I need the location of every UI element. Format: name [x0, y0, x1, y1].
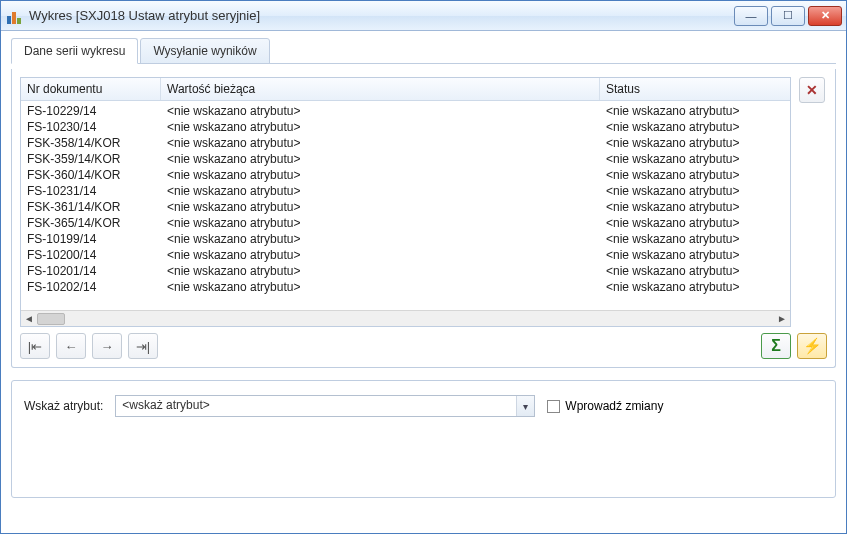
close-icon: ✕ [821, 9, 830, 22]
cell-doc: FSK-359/14/KOR [21, 151, 161, 167]
cell-status: <nie wskazano atrybutu> [600, 135, 790, 151]
titlebar[interactable]: Wykres [SXJ018 Ustaw atrybut seryjnie] —… [1, 1, 846, 31]
scroll-thumb[interactable] [37, 313, 65, 325]
cell-doc: FS-10230/14 [21, 119, 161, 135]
cell-val: <nie wskazano atrybutu> [161, 119, 600, 135]
data-grid[interactable]: Nr dokumentu Wartość bieżąca Status FS-1… [20, 77, 791, 327]
nav-last-button[interactable]: ⇥| [128, 333, 158, 359]
cell-val: <nie wskazano atrybutu> [161, 279, 600, 295]
nav-prev-button[interactable]: ← [56, 333, 86, 359]
table-row[interactable]: FS-10231/14<nie wskazano atrybutu><nie w… [21, 183, 790, 199]
table-row[interactable]: FS-10229/14<nie wskazano atrybutu><nie w… [21, 103, 790, 119]
grid-horizontal-scrollbar[interactable]: ◄ ► [21, 310, 790, 326]
tab-wysylanie-wynikow[interactable]: Wysyłanie wyników [140, 38, 269, 64]
table-row[interactable]: FSK-365/14/KOR<nie wskazano atrybutu><ni… [21, 215, 790, 231]
cell-val: <nie wskazano atrybutu> [161, 215, 600, 231]
cell-status: <nie wskazano atrybutu> [600, 183, 790, 199]
tab-panel: Nr dokumentu Wartość bieżąca Status FS-1… [11, 69, 836, 368]
last-icon: ⇥| [136, 339, 150, 354]
window: Wykres [SXJ018 Ustaw atrybut seryjnie] —… [0, 0, 847, 534]
cell-status: <nie wskazano atrybutu> [600, 231, 790, 247]
cell-doc: FSK-358/14/KOR [21, 135, 161, 151]
attribute-combo[interactable]: <wskaż atrybut> ▾ [115, 395, 535, 417]
window-title: Wykres [SXJ018 Ustaw atrybut seryjnie] [29, 8, 734, 23]
col-header-status[interactable]: Status [600, 78, 790, 100]
cell-doc: FSK-360/14/KOR [21, 167, 161, 183]
cell-val: <nie wskazano atrybutu> [161, 183, 600, 199]
cell-doc: FS-10231/14 [21, 183, 161, 199]
cell-status: <nie wskazano atrybutu> [600, 247, 790, 263]
table-row[interactable]: FS-10201/14<nie wskazano atrybutu><nie w… [21, 263, 790, 279]
cell-val: <nie wskazano atrybutu> [161, 199, 600, 215]
delete-row-button[interactable]: ✕ [799, 77, 825, 103]
delete-icon: ✕ [806, 82, 818, 98]
cell-val: <nie wskazano atrybutu> [161, 151, 600, 167]
cell-status: <nie wskazano atrybutu> [600, 151, 790, 167]
grid-body: FS-10229/14<nie wskazano atrybutu><nie w… [21, 101, 790, 310]
cell-val: <nie wskazano atrybutu> [161, 135, 600, 151]
cell-val: <nie wskazano atrybutu> [161, 167, 600, 183]
scroll-right-button[interactable]: ► [774, 312, 790, 326]
table-row[interactable]: FSK-358/14/KOR<nie wskazano atrybutu><ni… [21, 135, 790, 151]
table-row[interactable]: FS-10199/14<nie wskazano atrybutu><nie w… [21, 231, 790, 247]
side-action-bar: ✕ [799, 77, 827, 327]
cell-val: <nie wskazano atrybutu> [161, 231, 600, 247]
bolt-icon: ⚡ [803, 337, 822, 355]
minimize-button[interactable]: — [734, 6, 768, 26]
col-header-doc[interactable]: Nr dokumentu [21, 78, 161, 100]
first-icon: |⇤ [28, 339, 42, 354]
checkbox-box[interactable] [547, 400, 560, 413]
cell-status: <nie wskazano atrybutu> [600, 103, 790, 119]
grid-header: Nr dokumentu Wartość bieżąca Status [21, 78, 790, 101]
execute-button[interactable]: ⚡ [797, 333, 827, 359]
window-buttons: — ☐ ✕ [734, 6, 842, 26]
table-row[interactable]: FS-10200/14<nie wskazano atrybutu><nie w… [21, 247, 790, 263]
attribute-panel: Wskaż atrybut: <wskaż atrybut> ▾ Wprowad… [11, 380, 836, 498]
scroll-left-button[interactable]: ◄ [21, 312, 37, 326]
scroll-track[interactable] [37, 312, 774, 326]
attribute-combo-arrow[interactable]: ▾ [516, 396, 534, 416]
tab-dane-serii[interactable]: Dane serii wykresu [11, 38, 138, 64]
cell-val: <nie wskazano atrybutu> [161, 103, 600, 119]
cell-doc: FS-10201/14 [21, 263, 161, 279]
apply-changes-checkbox[interactable]: Wprowadź zmiany [547, 399, 663, 413]
cell-status: <nie wskazano atrybutu> [600, 167, 790, 183]
scroll-left-icon: ◄ [24, 313, 34, 324]
chevron-down-icon: ▾ [523, 401, 528, 412]
cell-doc: FS-10199/14 [21, 231, 161, 247]
cell-status: <nie wskazano atrybutu> [600, 279, 790, 295]
close-button[interactable]: ✕ [808, 6, 842, 26]
table-row[interactable]: FSK-360/14/KOR<nie wskazano atrybutu><ni… [21, 167, 790, 183]
table-row[interactable]: FSK-361/14/KOR<nie wskazano atrybutu><ni… [21, 199, 790, 215]
sum-button[interactable]: Σ [761, 333, 791, 359]
cell-doc: FSK-365/14/KOR [21, 215, 161, 231]
cell-val: <nie wskazano atrybutu> [161, 247, 600, 263]
cell-val: <nie wskazano atrybutu> [161, 263, 600, 279]
cell-doc: FS-10200/14 [21, 247, 161, 263]
table-row[interactable]: FS-10202/14<nie wskazano atrybutu><nie w… [21, 279, 790, 295]
cell-doc: FSK-361/14/KOR [21, 199, 161, 215]
client-area: Dane serii wykresu Wysyłanie wyników Nr … [1, 31, 846, 533]
cell-status: <nie wskazano atrybutu> [600, 215, 790, 231]
table-row[interactable]: FSK-359/14/KOR<nie wskazano atrybutu><ni… [21, 151, 790, 167]
tab-strip: Dane serii wykresu Wysyłanie wyników [11, 37, 836, 64]
maximize-button[interactable]: ☐ [771, 6, 805, 26]
cell-doc: FS-10229/14 [21, 103, 161, 119]
scroll-right-icon: ► [777, 313, 787, 324]
app-icon [7, 8, 23, 24]
maximize-icon: ☐ [783, 9, 793, 22]
table-row[interactable]: FS-10230/14<nie wskazano atrybutu><nie w… [21, 119, 790, 135]
attribute-label: Wskaż atrybut: [24, 399, 103, 413]
nav-first-button[interactable]: |⇤ [20, 333, 50, 359]
cell-status: <nie wskazano atrybutu> [600, 263, 790, 279]
cell-doc: FS-10202/14 [21, 279, 161, 295]
cell-status: <nie wskazano atrybutu> [600, 119, 790, 135]
minimize-icon: — [746, 10, 757, 22]
grid-nav-bar: |⇤ ← → ⇥| Σ ⚡ [20, 327, 827, 359]
attribute-combo-value: <wskaż atrybut> [116, 396, 516, 416]
prev-icon: ← [65, 339, 78, 354]
col-header-val[interactable]: Wartość bieżąca [161, 78, 600, 100]
cell-status: <nie wskazano atrybutu> [600, 199, 790, 215]
nav-next-button[interactable]: → [92, 333, 122, 359]
checkbox-label: Wprowadź zmiany [565, 399, 663, 413]
